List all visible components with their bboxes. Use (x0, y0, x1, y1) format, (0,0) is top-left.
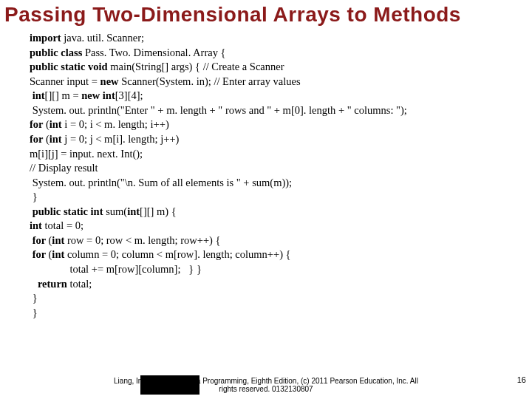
txt: Pass. Two. Dimensional. Array { (85, 47, 226, 58)
txt: } (30, 307, 38, 318)
txt: } (30, 292, 38, 304)
kw: public static void (30, 61, 110, 72)
txt: main(String[] args) { // Create a Scanne… (110, 61, 284, 72)
kw: public static int (30, 205, 106, 217)
kw: return (30, 278, 70, 290)
code-line: public class Pass. Two. Dimensional. Arr… (30, 46, 532, 61)
txt: [][] m = (45, 89, 82, 101)
kw: int (52, 234, 67, 246)
txt: System. out. println("\n. Sum of all ele… (30, 177, 292, 188)
kw: int (50, 118, 65, 130)
code-line: for (int row = 0; row < m. length; row++… (30, 233, 532, 248)
code-line: for (int column = 0; column < m[row]. le… (30, 248, 532, 262)
kw: new (100, 75, 122, 87)
txt: i = 0; i < m. length; i++) (64, 118, 168, 130)
code-line: Scanner input = new Scanner(System. in);… (30, 75, 532, 89)
kw: for (30, 133, 46, 145)
txt: // Display result (30, 162, 98, 174)
footer-line2: rights reserved. 0132130807 (0, 385, 532, 393)
code-line: import java. util. Scanner; (30, 31, 532, 46)
kw: new int (81, 89, 115, 101)
code-line: System. out. println("Enter " + m. lengt… (30, 103, 532, 118)
txt: column = 0; column < m[row]. length; col… (67, 248, 291, 260)
code-line: for (int j = 0; j < m[i]. length; j++) (30, 132, 532, 147)
code-line: } (30, 190, 532, 205)
kw: for (30, 118, 46, 130)
kw: import (30, 32, 64, 44)
code-line: public static void main(String[] args) {… (30, 60, 532, 75)
footer: Liang, Introduction to Java Programming,… (0, 377, 532, 393)
code-line: } (30, 291, 532, 306)
kw: for (30, 248, 49, 260)
txt: total; (70, 278, 92, 290)
txt: } (30, 191, 38, 202)
txt: row = 0; row < m. length; row++) { (67, 234, 221, 246)
code-line: for (int i = 0; i < m. length; i++) (30, 117, 532, 132)
code-line: } (30, 306, 532, 321)
kw: int (30, 219, 45, 231)
code-line: m[i][j] = input. next. Int(); (30, 147, 532, 162)
txt: System. out. println("Enter " + m. lengt… (30, 104, 407, 116)
txt: Scanner input = (30, 75, 100, 87)
kw: for (30, 234, 49, 246)
txt: total += m[row][column]; } } (30, 263, 202, 275)
kw: int (127, 205, 140, 217)
kw: int (30, 89, 45, 101)
code-line: System. out. println("\n. Sum of all ele… (30, 176, 532, 191)
txt: [3][4]; (115, 89, 143, 101)
txt: total = 0; (45, 219, 83, 231)
kw: public class (30, 47, 85, 58)
code-line: // Display result (30, 161, 532, 176)
txt: j = 0; j < m[i]. length; j++) (64, 133, 179, 145)
txt: m[i][j] = input. next. Int(); (30, 148, 143, 160)
footer-line1: Liang, Introduction to Java Programming,… (0, 377, 532, 385)
txt: Scanner(System. in); // Enter array valu… (121, 75, 300, 87)
code-line: int[][] m = new int[3][4]; (30, 89, 532, 103)
code-line: total += m[row][column]; } } (30, 262, 532, 277)
kw: int (52, 248, 67, 260)
code-line: return total; (30, 277, 532, 292)
code-line: public static int sum(int[][] m) { (30, 205, 532, 219)
slide-title: Passing Two-Dimensional Arrays to Method… (0, 0, 532, 28)
txt: java. util. Scanner; (64, 32, 144, 44)
txt: sum( (106, 205, 127, 217)
code-block: import java. util. Scanner; public class… (0, 28, 532, 320)
txt: [][] m) { (140, 205, 177, 217)
code-line: int total = 0; (30, 219, 532, 233)
kw: int (50, 133, 65, 145)
